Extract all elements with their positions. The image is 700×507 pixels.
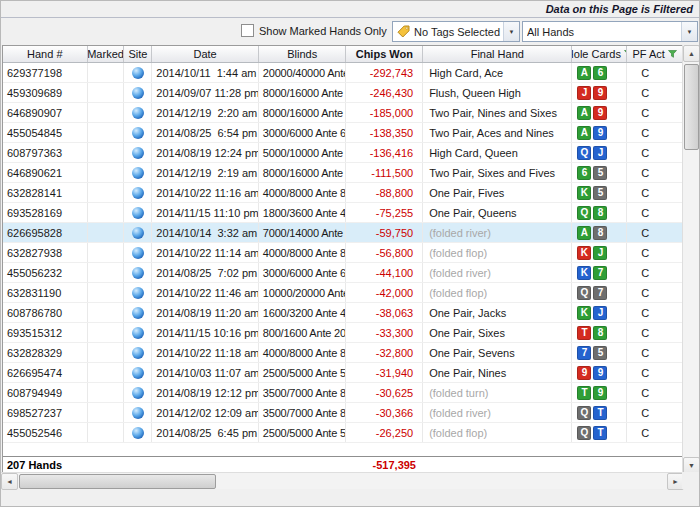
hand-number-cell: 626695474	[3, 363, 88, 382]
hole-card: A	[577, 126, 591, 140]
vertical-scrollbar-thumb[interactable]	[684, 64, 699, 150]
col-header-marked[interactable]: Marked	[88, 46, 125, 62]
hand-number-cell: 455052546	[3, 423, 88, 442]
col-header-pf-action[interactable]: PF Act	[627, 46, 683, 62]
chips-won-cell: -31,940	[346, 363, 423, 382]
table-row[interactable]: 6328279382014/10/22 11:14 am4000/8000 An…	[3, 243, 683, 263]
hands-dropdown-value: All Hands	[527, 26, 681, 38]
pf-action-cell: C	[627, 263, 683, 282]
show-marked-checkbox[interactable]	[241, 24, 254, 37]
date-cell: 2014/12/02 12:09 am	[152, 403, 259, 422]
date-cell: 2014/10/22 11:46 am	[152, 283, 259, 302]
table-row[interactable]: 4550525462014/08/25 6:45 pm2500/5000 Ant…	[3, 423, 683, 443]
scroll-right-icon: ►	[672, 478, 679, 485]
table-row[interactable]: 6266954742014/10/03 11:07 am2500/5000 An…	[3, 363, 683, 383]
chevron-down-icon[interactable]: ▼	[681, 22, 697, 41]
table-row[interactable]: 6328283292014/10/22 11:18 am4000/8000 An…	[3, 343, 683, 363]
date-cell: 2014/10/14 3:32 am	[152, 223, 259, 242]
table-row[interactable]: 4550548452014/08/25 6:54 pm3000/6000 Ant…	[3, 123, 683, 143]
blinds-cell: 3000/6000 Ante 600	[259, 263, 347, 282]
hand-number-cell: 632828329	[3, 343, 88, 362]
chips-won-cell: -292,743	[346, 63, 423, 82]
pf-action-cell: C	[627, 343, 683, 362]
site-cell	[124, 283, 152, 302]
marked-cell	[88, 123, 125, 142]
table-row[interactable]: 6293771982014/10/11 1:44 am20000/40000 A…	[3, 63, 683, 83]
chips-won-cell: -26,250	[346, 423, 423, 442]
hand-number-cell: 608794949	[3, 383, 88, 402]
scroll-up-button[interactable]: ▲	[683, 45, 700, 62]
marked-cell	[88, 83, 125, 102]
hand-number-cell: 455054845	[3, 123, 88, 142]
hole-card: Q	[577, 206, 591, 220]
tags-dropdown[interactable]: No Tags Selected ▼	[392, 21, 520, 42]
table-row[interactable]: 6087949492014/08/19 12:12 pm3500/7000 An…	[3, 383, 683, 403]
table-row[interactable]: 6468909072014/12/19 2:20 am8000/16000 An…	[3, 103, 683, 123]
col-header-date[interactable]: Date	[152, 46, 259, 62]
col-header-hand-number[interactable]: Hand #	[3, 46, 88, 62]
horizontal-scrollbar[interactable]: ◄ ►	[1, 472, 684, 489]
chevron-down-icon[interactable]: ▼	[503, 22, 519, 41]
col-header-final-hand[interactable]: Final Hand	[423, 46, 572, 62]
hole-cards-cell: QT	[572, 423, 627, 442]
vertical-scrollbar[interactable]: ▲ ▼	[682, 45, 699, 474]
table-row[interactable]: 6087973632014/08/19 12:24 pm5000/10000 A…	[3, 143, 683, 163]
hands-table: Hand # Marked Site Date Blinds Chips Won…	[2, 45, 684, 474]
final-hand-cell: One Pair, Nines	[423, 363, 572, 382]
hole-card: J	[577, 86, 591, 100]
site-cell	[124, 203, 152, 222]
chips-won-cell: -75,255	[346, 203, 423, 222]
table-row[interactable]: 6087867802014/08/19 11:20 am1600/3200 An…	[3, 303, 683, 323]
col-header-chips-won[interactable]: Chips Won	[346, 46, 423, 62]
hole-card: 8	[593, 226, 607, 240]
date-cell: 2014/08/25 6:54 pm	[152, 123, 259, 142]
scrollbar-corner	[682, 472, 699, 489]
table-row[interactable]: 6935153122014/11/15 10:16 pm800/1600 Ant…	[3, 323, 683, 343]
marked-cell	[88, 163, 125, 182]
col-header-hole-cards[interactable]: Hole Cards	[572, 46, 627, 62]
site-cell	[124, 303, 152, 322]
table-row[interactable]: 4593096892014/09/07 11:28 pm8000/16000 A…	[3, 83, 683, 103]
hole-cards-cell: A8	[572, 223, 627, 242]
hand-number-cell: 629377198	[3, 63, 88, 82]
hands-filter-dropdown[interactable]: All Hands ▼	[522, 21, 698, 42]
chips-won-cell: -30,366	[346, 403, 423, 422]
pf-action-cell: C	[627, 143, 683, 162]
final-hand-cell: (folded river)	[423, 223, 572, 242]
date-cell: 2014/08/19 11:20 am	[152, 303, 259, 322]
final-hand-cell: One Pair, Queens	[423, 203, 572, 222]
pf-action-cell: C	[627, 323, 683, 342]
marked-cell	[88, 103, 125, 122]
hole-card: 5	[593, 186, 607, 200]
hand-number-cell: 646890907	[3, 103, 88, 122]
blinds-cell: 8000/16000 Ante 16	[259, 103, 347, 122]
blinds-cell: 3000/6000 Ante 600	[259, 123, 347, 142]
table-row[interactable]: 6468906212014/12/19 2:19 am8000/16000 An…	[3, 163, 683, 183]
table-row[interactable]: 6935281692014/11/15 11:10 pm1800/3600 An…	[3, 203, 683, 223]
site-icon	[132, 107, 144, 119]
chips-won-cell: -111,500	[346, 163, 423, 182]
chips-won-cell: -30,625	[346, 383, 423, 402]
hole-card: T	[577, 386, 591, 400]
hand-number-cell: 693528169	[3, 203, 88, 222]
table-row[interactable]: 6985272372014/12/02 12:09 am3500/7000 An…	[3, 403, 683, 423]
site-icon	[132, 407, 144, 419]
table-row[interactable]: 6328281412014/10/22 11:16 am4000/8000 An…	[3, 183, 683, 203]
show-marked-checkbox-group[interactable]: Show Marked Hands Only	[241, 24, 387, 37]
table-row[interactable]: 6266958282014/10/14 3:32 am7000/14000 An…	[3, 223, 683, 243]
hole-card: Q	[577, 426, 591, 440]
col-header-blinds[interactable]: Blinds	[259, 46, 347, 62]
hole-cards-cell: 75	[572, 343, 627, 362]
table-row[interactable]: 6328311902014/10/22 11:46 am10000/20000 …	[3, 283, 683, 303]
blinds-cell: 3500/7000 Ante 875	[259, 403, 347, 422]
hole-card: K	[577, 266, 591, 280]
final-hand-cell: (folded flop)	[423, 423, 572, 442]
horizontal-scrollbar-thumb[interactable]	[19, 474, 216, 489]
table-row[interactable]: 4550562322014/08/25 7:02 pm3000/6000 Ant…	[3, 263, 683, 283]
hole-cards-cell: J9	[572, 83, 627, 102]
scroll-left-button[interactable]: ◄	[1, 473, 18, 490]
hole-card: 5	[593, 346, 607, 360]
show-marked-label: Show Marked Hands Only	[259, 25, 387, 37]
hole-cards-cell: A9	[572, 103, 627, 122]
col-header-site[interactable]: Site	[124, 46, 152, 62]
